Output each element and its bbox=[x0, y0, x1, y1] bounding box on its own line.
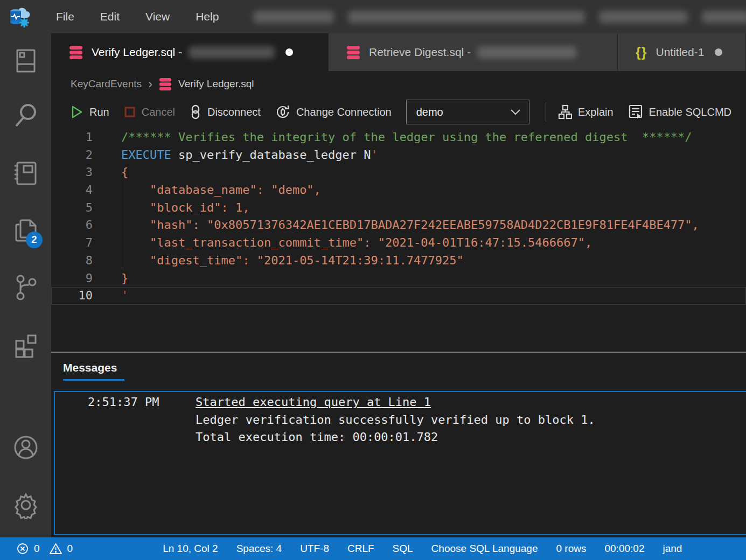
tab-label: Untitled-1 bbox=[656, 46, 704, 59]
database-icon bbox=[346, 45, 360, 60]
enable-sqlcmd-label: Enable SQLCMD bbox=[649, 106, 731, 118]
line-number: 3 bbox=[51, 164, 93, 181]
choose-sql-language[interactable]: Choose SQL Language bbox=[422, 543, 547, 555]
menu-view[interactable]: View bbox=[133, 0, 183, 33]
tab-untitled-1[interactable]: {} Untitled-1 bbox=[618, 33, 746, 71]
run-label: Run bbox=[89, 106, 109, 118]
code-line-3: 3{ bbox=[51, 164, 746, 181]
enable-sqlcmd-icon bbox=[628, 104, 643, 120]
line-number: 8 bbox=[51, 252, 93, 270]
run-icon bbox=[71, 105, 83, 119]
disconnect-label: Disconnect bbox=[207, 106, 261, 118]
search-icon[interactable] bbox=[12, 101, 40, 129]
messages-tab-underline bbox=[63, 379, 124, 381]
app-logo-icon bbox=[8, 5, 31, 29]
change-connection-icon bbox=[275, 104, 290, 120]
change-connection-label: Change Connection bbox=[296, 106, 392, 118]
code-line-7: 7 "last_transaction_commit_time": "2021-… bbox=[51, 234, 746, 252]
explain-icon bbox=[558, 104, 572, 120]
editor-group: Verify Ledger.sql - Retrieve Digest.sql … bbox=[51, 33, 746, 537]
database-dropdown[interactable]: demo bbox=[406, 100, 530, 124]
code-text: /****** Verifies the integrity of the le… bbox=[93, 129, 692, 146]
source-control-icon[interactable] bbox=[12, 274, 40, 302]
warning-count: 0 bbox=[67, 543, 73, 555]
error-icon bbox=[16, 542, 29, 555]
explain-label: Explain bbox=[578, 106, 613, 118]
redacted-text bbox=[702, 11, 746, 23]
message-link[interactable]: Started executing query at Line 1 bbox=[196, 394, 431, 411]
message-text: Ledger verification successfully verifie… bbox=[196, 411, 595, 429]
code-line-6: 6 "hash": "0x80571376342AE1CEBD17BADA27F… bbox=[51, 216, 746, 234]
run-button[interactable]: Run bbox=[71, 105, 109, 119]
disconnect-button[interactable]: Disconnect bbox=[190, 104, 261, 120]
disconnect-icon bbox=[190, 104, 201, 120]
line-number: 6 bbox=[51, 216, 93, 234]
language-mode[interactable]: SQL bbox=[384, 543, 422, 555]
tab-dirty-dot bbox=[715, 48, 722, 56]
chevron-right-icon: › bbox=[148, 76, 152, 92]
breadcrumb-file[interactable]: Verify Ledger.sql bbox=[178, 78, 254, 90]
database-icon bbox=[159, 77, 172, 91]
title-bar: File Edit View Help bbox=[0, 0, 746, 33]
settings-gear-icon[interactable] bbox=[12, 491, 40, 519]
azure-data-studio-window: File Edit View Help bbox=[0, 0, 746, 560]
activity-bar: 2 bbox=[0, 33, 51, 537]
code-line-4: 4 "database_name": "demo", bbox=[51, 181, 746, 199]
end-of-line[interactable]: CRLF bbox=[338, 543, 384, 555]
breadcrumb: KeyCardEvents › Verify Ledger.sql bbox=[51, 71, 746, 97]
row-count[interactable]: 0 rows bbox=[547, 543, 596, 555]
code-editor[interactable]: 1/****** Verifies the integrity of the l… bbox=[51, 127, 746, 352]
explain-button[interactable]: Explain bbox=[558, 104, 613, 120]
message-row: Total execution time: 00:00:01.782 bbox=[88, 429, 746, 446]
problems-status[interactable]: 0 0 bbox=[0, 542, 73, 555]
cursor-position[interactable]: Ln 10, Col 2 bbox=[154, 543, 227, 555]
execution-timer[interactable]: 00:00:02 bbox=[595, 543, 653, 555]
code-line-8: 8 "digest_time": "2021-05-14T21:39:11.74… bbox=[51, 252, 746, 270]
code-line-10: 10' bbox=[51, 287, 746, 305]
line-number: 4 bbox=[51, 181, 93, 199]
cancel-icon bbox=[124, 106, 136, 118]
redacted-text bbox=[348, 11, 585, 23]
extensions-icon[interactable] bbox=[12, 331, 40, 359]
warning-icon bbox=[49, 542, 62, 555]
cancel-label: Cancel bbox=[142, 106, 175, 118]
status-bar: 0 0 Ln 10, Col 2Spaces: 4UTF-8CRLFSQLCho… bbox=[0, 537, 746, 560]
code-text: { bbox=[93, 164, 128, 181]
encoding[interactable]: UTF-8 bbox=[291, 543, 338, 555]
code-text: "hash": "0x80571376342AE1CEBD17BADA27F24… bbox=[93, 216, 699, 234]
redacted-connection-text bbox=[189, 46, 275, 59]
tab-verify-ledger[interactable]: Verify Ledger.sql - bbox=[51, 33, 329, 71]
tab-label: Verify Ledger.sql - bbox=[92, 46, 182, 59]
line-number: 2 bbox=[51, 146, 93, 164]
code-line-9: 9} bbox=[51, 270, 746, 288]
change-connection-button[interactable]: Change Connection bbox=[275, 104, 392, 120]
redacted-window-title bbox=[253, 11, 746, 23]
connection-name-truncated[interactable]: jand bbox=[653, 543, 691, 555]
menu-file[interactable]: File bbox=[43, 0, 87, 33]
notebooks-icon[interactable] bbox=[12, 159, 40, 187]
toolbar-separator bbox=[546, 103, 546, 121]
connections-icon[interactable] bbox=[12, 47, 40, 75]
messages-output[interactable]: 2:51:37 PMStarted executing query at Lin… bbox=[54, 391, 746, 535]
menu-help[interactable]: Help bbox=[183, 0, 232, 33]
account-icon[interactable] bbox=[12, 433, 40, 461]
braces-icon: {} bbox=[636, 45, 647, 60]
indent-guide bbox=[122, 181, 122, 270]
line-number: 5 bbox=[51, 199, 93, 217]
tab-messages[interactable]: Messages bbox=[63, 361, 117, 374]
enable-sqlcmd-button[interactable]: Enable SQLCMD bbox=[628, 104, 731, 120]
tab-retrieve-digest[interactable]: Retrieve Digest.sql - bbox=[329, 33, 618, 71]
message-timestamp bbox=[88, 411, 196, 429]
code-text: "database_name": "demo", bbox=[93, 181, 321, 199]
code-line-5: 5 "block_id": 1, bbox=[51, 199, 746, 217]
menu-edit[interactable]: Edit bbox=[87, 0, 133, 33]
indentation[interactable]: Spaces: 4 bbox=[227, 543, 291, 555]
message-text: Total execution time: 00:00:01.782 bbox=[196, 429, 438, 446]
code-text: } bbox=[93, 270, 128, 288]
code-text: EXECUTE sp_verify_database_ledger N' bbox=[93, 146, 378, 164]
redacted-text bbox=[253, 11, 334, 23]
breadcrumb-folder[interactable]: KeyCardEvents bbox=[71, 78, 142, 90]
cancel-button[interactable]: Cancel bbox=[124, 106, 175, 118]
code-line-1: 1/****** Verifies the integrity of the l… bbox=[51, 129, 746, 146]
menu-bar: File Edit View Help bbox=[43, 0, 232, 33]
